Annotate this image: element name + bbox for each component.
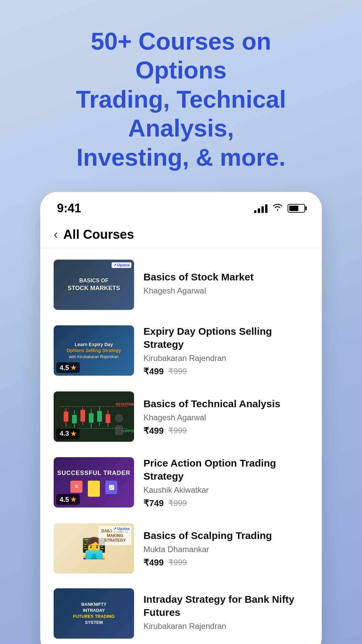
phone-mockup: 9:41 ‹ All Courses xyxy=(40,192,322,644)
course-title: Basics of Scalping Trading xyxy=(143,529,308,542)
price-current: ₹499 xyxy=(143,366,164,377)
course-title: Expiry Day Options Selling Strategy xyxy=(143,325,308,351)
svg-rect-11 xyxy=(80,410,85,422)
battery-icon xyxy=(288,204,305,213)
svg-rect-14 xyxy=(89,413,94,423)
course-instructor: Kirubakaran Rajendran xyxy=(143,354,308,363)
list-item[interactable]: Learn Expiry DayOptions Selling Strategy… xyxy=(40,317,322,384)
course-list: BASICS OFSTOCK MARKETS ↗ Upstox Basics o… xyxy=(40,249,322,644)
course-title: Price Action Option Trading Strategy xyxy=(143,457,308,483)
svg-rect-5 xyxy=(64,412,68,422)
list-item[interactable]: BASICS OFSTOCK MARKETS ↗ Upstox Basics o… xyxy=(40,252,322,317)
price-original: ₹999 xyxy=(168,426,187,435)
svg-rect-17 xyxy=(97,411,102,422)
list-item[interactable]: BANKNIFTYINTRADAYFUTURES TRADINGSYSTEM I… xyxy=(40,581,322,644)
price-row: ₹499 ₹999 xyxy=(143,557,308,568)
course-info: Basics of Stock Market Khagesh Agarwal xyxy=(143,270,308,299)
back-button[interactable]: ‹ xyxy=(54,227,58,242)
course-thumbnail: DAILY PROFITMAKINGSTRATEGY 👩‍💻 ↗ Upstox xyxy=(54,523,134,574)
signal-bars-icon xyxy=(254,204,267,213)
course-thumbnail: BANKNIFTYINTRADAYFUTURES TRADINGSYSTEM xyxy=(54,588,134,639)
svg-rect-8 xyxy=(72,415,77,423)
course-info: Intraday Strategy for Bank Nifty Futures… xyxy=(143,593,308,634)
course-info: Price Action Option Trading Strategy Kau… xyxy=(143,457,308,508)
price-row: ₹499 ₹999 xyxy=(143,366,308,377)
course-title: Basics of Stock Market xyxy=(143,270,308,283)
svg-text:RESISTANCE: RESISTANCE xyxy=(116,402,134,406)
thumbnail-label: Learn Expiry DayOptions Selling Strategy… xyxy=(64,339,124,363)
hero-line2: Trading, Technical Analysis, xyxy=(50,85,312,143)
thumbnail-label: BASICS OFSTOCK MARKETS xyxy=(65,275,123,295)
upstox-badge: ↗ Upstox xyxy=(112,262,131,268)
price-current: ₹499 xyxy=(143,557,164,568)
course-info: Basics of Technical Analysis Khagesh Aga… xyxy=(143,397,308,436)
course-info: Expiry Day Options Selling Strategy Kiru… xyxy=(143,325,308,377)
price-original: ₹999 xyxy=(168,498,187,508)
hero-section: 50+ Courses on Options Trading, Technica… xyxy=(30,27,332,192)
page-title: All Courses xyxy=(63,227,134,242)
hero-line3: Investing, & more. xyxy=(50,143,312,172)
rating-badge: 4.5 ★ xyxy=(56,362,80,373)
course-thumbnail: RESISTANCE SUPPORT xyxy=(54,391,134,442)
course-title: Intraday Strategy for Bank Nifty Futures xyxy=(143,593,308,619)
course-thumbnail: SUCCESSFUL TRADER ✕ 📈 4.5 ★ xyxy=(54,457,134,507)
course-info: Basics of Scalping Trading Mukta Dhamank… xyxy=(143,529,308,568)
price-row: ₹499 ₹999 xyxy=(143,426,308,436)
svg-rect-20 xyxy=(106,414,110,423)
course-instructor: Mukta Dhamankar xyxy=(143,545,308,554)
rating-badge: 4.3 ★ xyxy=(56,428,80,439)
course-instructor: Kirubakaran Rajendran xyxy=(143,622,308,631)
price-original: ₹999 xyxy=(168,367,187,376)
course-thumbnail: BASICS OFSTOCK MARKETS ↗ Upstox xyxy=(54,260,134,310)
list-item[interactable]: SUCCESSFUL TRADER ✕ 📈 4.5 ★ Price Action… xyxy=(40,449,322,516)
nav-header: ‹ All Courses xyxy=(40,221,322,249)
course-thumbnail: Learn Expiry DayOptions Selling Strategy… xyxy=(54,325,134,376)
status-icons xyxy=(254,203,305,214)
price-current: ₹499 xyxy=(143,426,164,436)
list-item[interactable]: RESISTANCE SUPPORT xyxy=(40,384,322,449)
status-time: 9:41 xyxy=(57,201,81,215)
price-row: ₹749 ₹999 xyxy=(143,498,308,508)
hero-plain-text: 50+ Courses xyxy=(91,28,242,55)
status-bar: 9:41 xyxy=(40,192,322,221)
course-instructor: Kaushik Akiwatkar xyxy=(143,485,308,495)
course-title: Basics of Technical Analysis xyxy=(143,397,308,410)
price-original: ₹999 xyxy=(168,558,187,567)
rating-badge: 4.5 ★ xyxy=(56,494,80,505)
hero-line1: 50+ Courses on Options xyxy=(50,27,312,85)
course-instructor: Khagesh Agarwal xyxy=(143,286,308,296)
course-instructor: Khagesh Agarwal xyxy=(143,413,308,422)
wifi-icon xyxy=(272,203,283,214)
list-item[interactable]: DAILY PROFITMAKINGSTRATEGY 👩‍💻 ↗ Upstox … xyxy=(40,516,322,581)
upstox-badge: ↗ Upstox xyxy=(112,526,131,532)
svg-point-23 xyxy=(115,414,123,422)
price-current: ₹749 xyxy=(143,498,164,508)
